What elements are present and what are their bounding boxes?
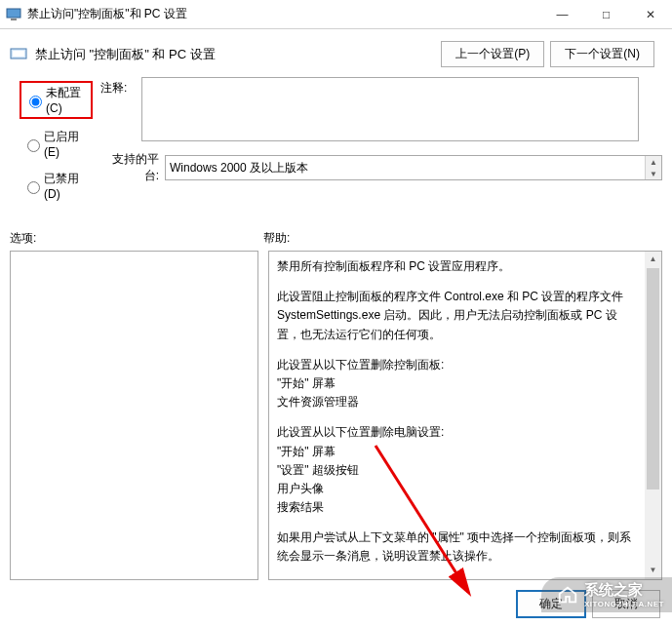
scroll-thumb[interactable] bbox=[647, 268, 659, 489]
window-title: 禁止访问"控制面板"和 PC 设置 bbox=[27, 6, 540, 22]
radio-disabled-input[interactable] bbox=[27, 181, 40, 194]
next-setting-button[interactable]: 下一个设置(N) bbox=[550, 41, 654, 67]
maximize-button[interactable]: □ bbox=[584, 0, 628, 28]
svg-rect-0 bbox=[7, 9, 20, 18]
radio-disabled[interactable]: 已禁用(D) bbox=[20, 169, 93, 203]
config-radio-group: 未配置(C) 已启用(E) 已禁用(D) bbox=[20, 77, 93, 211]
supported-platform-value: Windows 2000 及以上版本 bbox=[170, 160, 308, 176]
svg-rect-1 bbox=[11, 19, 17, 20]
radio-enabled[interactable]: 已启用(E) bbox=[20, 127, 93, 161]
supported-platform-label: 支持的平台: bbox=[100, 151, 159, 184]
radio-enabled-input[interactable] bbox=[27, 139, 40, 152]
help-label: 帮助: bbox=[263, 230, 662, 247]
cancel-button[interactable]: 取消 bbox=[592, 590, 660, 618]
options-panel bbox=[10, 251, 258, 580]
platform-scrollbar[interactable]: ▲ ▼ bbox=[645, 156, 661, 179]
svg-rect-3 bbox=[13, 51, 24, 57]
help-text: 此设置从以下位置删除控制面板: "开始" 屏幕 文件资源管理器 bbox=[277, 356, 634, 412]
help-text: 禁用所有控制面板程序和 PC 设置应用程序。 bbox=[277, 257, 634, 276]
scroll-up-icon[interactable]: ▲ bbox=[645, 252, 661, 268]
scroll-up-icon[interactable]: ▲ bbox=[646, 156, 661, 168]
radio-disabled-label: 已禁用(D) bbox=[44, 171, 90, 201]
minimize-button[interactable]: — bbox=[540, 0, 584, 28]
policy-title: 禁止访问 "控制面板" 和 PC 设置 bbox=[35, 46, 441, 63]
close-button[interactable]: ✕ bbox=[628, 0, 672, 28]
radio-enabled-label: 已启用(E) bbox=[44, 129, 90, 159]
policy-icon bbox=[10, 46, 27, 63]
window-controls: — □ ✕ bbox=[540, 0, 672, 28]
help-text: 此设置阻止控制面板的程序文件 Control.exe 和 PC 设置的程序文件 … bbox=[277, 288, 634, 344]
supported-platform-box: Windows 2000 及以上版本 ▲ ▼ bbox=[165, 155, 662, 180]
previous-setting-button[interactable]: 上一个设置(P) bbox=[441, 41, 544, 67]
scroll-down-icon[interactable]: ▼ bbox=[645, 563, 661, 579]
radio-not-configured-input[interactable] bbox=[29, 96, 42, 108]
scroll-down-icon[interactable]: ▼ bbox=[646, 168, 661, 179]
radio-not-configured-label: 未配置(C) bbox=[46, 85, 88, 115]
options-label: 选项: bbox=[10, 230, 263, 247]
app-icon bbox=[6, 7, 21, 22]
titlebar: 禁止访问"控制面板"和 PC 设置 — □ ✕ bbox=[0, 0, 672, 29]
comment-label: 注释: bbox=[100, 77, 141, 141]
dialog-footer: 确定 取消 bbox=[516, 590, 660, 618]
help-panel: 禁用所有控制面板程序和 PC 设置应用程序。 此设置阻止控制面板的程序文件 Co… bbox=[268, 251, 662, 580]
help-text: 如果用户尝试从上下文菜单的 "属性" 项中选择一个控制面板项，则系统会显示一条消… bbox=[277, 528, 634, 566]
help-scrollbar[interactable]: ▲ ▼ bbox=[645, 252, 661, 579]
radio-not-configured[interactable]: 未配置(C) bbox=[20, 81, 93, 119]
ok-button[interactable]: 确定 bbox=[516, 590, 586, 618]
comment-textarea[interactable] bbox=[141, 77, 639, 141]
help-text: 此设置从以下位置删除电脑设置: "开始" 屏幕 "设置" 超级按钮 用户头像 搜… bbox=[277, 423, 634, 517]
header-row: 禁止访问 "控制面板" 和 PC 设置 上一个设置(P) 下一个设置(N) bbox=[0, 29, 672, 77]
